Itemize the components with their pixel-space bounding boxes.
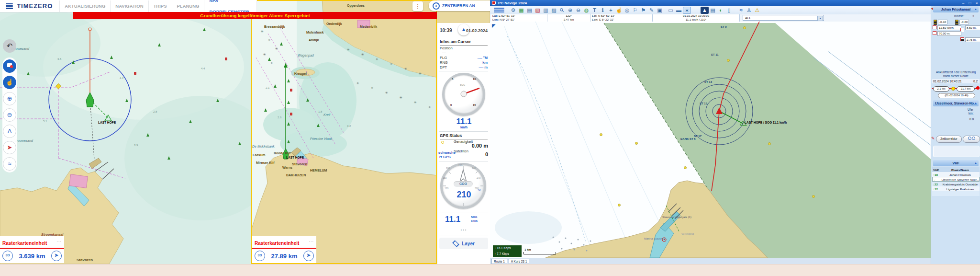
map-delete-icon[interactable]: ▧	[534, 7, 542, 14]
menu-icon[interactable]	[6, 3, 13, 9]
zoom-in-icon[interactable]: ⊕	[3, 92, 16, 105]
vhf-title: VHF	[953, 161, 959, 165]
maximize-button[interactable]: □	[967, 0, 973, 6]
map-label: Stavoren	[77, 258, 93, 262]
zoom-in-icon[interactable]: ⊕	[566, 7, 574, 14]
scale-more-icon[interactable]: ...	[309, 238, 314, 243]
collapse-caret-icon[interactable]: ▲	[974, 100, 977, 106]
map-label: Wagenpad	[298, 54, 314, 57]
center-on-label: ZENTRIEREN AN	[442, 3, 491, 8]
timezero-logo: TIMEZERO	[17, 2, 53, 10]
map-save-icon[interactable]: ▥	[542, 7, 550, 14]
buoy-icon	[238, 142, 241, 145]
screen-night-icon[interactable]: ▬	[675, 7, 683, 14]
fold-arrow-icon[interactable]: ◤	[492, 23, 496, 28]
upload-kbps: 7.7 Kbps	[497, 252, 509, 255]
buoy-tool-icon[interactable]: ➤	[3, 141, 16, 154]
crew-icon[interactable]: ♙	[745, 7, 753, 14]
tab-navigation[interactable]: NAVIGATION	[110, 0, 148, 12]
route-flag-icon[interactable]: ⚑	[639, 7, 647, 14]
collapse-caret-icon[interactable]: ▲	[974, 6, 977, 12]
vhf-row[interactable]: ↓22 Krabbersgatsluis Oostzijde	[932, 182, 980, 186]
minimize-button[interactable]: –	[960, 0, 967, 6]
zeitkorrektur-button[interactable]: Zeitkorrektur	[936, 136, 962, 143]
layer-button[interactable]: Layer	[439, 238, 488, 249]
3d-mode-button[interactable]: 3D	[2, 251, 13, 261]
vhf-row-selected[interactable]: ← IJsselmeer, Staveren-Noor...	[932, 177, 980, 182]
hand-select-icon[interactable]: ☝	[615, 7, 623, 14]
clipboard-icon[interactable]: ▤	[709, 7, 717, 14]
route-tab[interactable]: Route 1	[491, 259, 507, 264]
vessel-mode-icon[interactable]: ▲	[701, 7, 709, 14]
sog-unit: km/h	[437, 126, 490, 129]
pcnavigo-titlebar[interactable]: PC Navigo 2024 – □ ×	[490, 0, 980, 6]
dividers-icon[interactable]: Λ	[3, 125, 16, 138]
tab-trips[interactable]: TRIPS	[148, 0, 172, 12]
tides-icon[interactable]: ≈	[3, 157, 16, 171]
more-options-icon[interactable]: ⋮	[412, 1, 423, 11]
cog-tick: 180	[446, 167, 450, 170]
settings-icon[interactable]: ⚙	[509, 7, 517, 14]
compass-orientation-icon[interactable]: ➤	[51, 251, 62, 261]
buoy-icon	[268, 58, 271, 61]
menu-icon[interactable]	[494, 8, 504, 13]
world-icon[interactable]: ◐	[717, 7, 725, 14]
tab-aktualisierung[interactable]: AKTUALISIERUNG	[59, 0, 110, 12]
map-new-icon[interactable]: ▦	[517, 7, 525, 14]
globe-icon[interactable]: ◍	[582, 7, 590, 14]
info-icon[interactable]: ℹ	[599, 7, 607, 14]
lon-label: Lon:	[492, 18, 499, 21]
panel-more-dots[interactable]: •••	[437, 228, 490, 231]
gps-warning: rr GPS	[439, 155, 451, 159]
center-on-button[interactable]: ZENTRIEREN AN –	[429, 0, 497, 11]
map-open-icon[interactable]: ▤	[525, 7, 534, 14]
zoom-out-icon[interactable]: ⊖	[3, 108, 16, 122]
tab-planung[interactable]: PLANUNG	[172, 0, 204, 12]
pan-hand-icon[interactable]: ☝	[3, 76, 16, 89]
screen-day-icon[interactable]: ▭	[667, 7, 675, 14]
search-icon[interactable]: ⚲	[557, 5, 568, 16]
map-scale-label: 1 km	[524, 248, 531, 251]
warning-icon[interactable]: ⚠	[753, 7, 761, 14]
gps-satellites-label: Satelliten	[454, 149, 468, 153]
compass-orientation-icon[interactable]: ➤	[303, 251, 314, 261]
chevron-down-icon[interactable]: ▾	[817, 16, 823, 21]
timezero-left-chart[interactable]: Vrouwezand Vrouwezand LAST HOPE Stroomka…	[0, 0, 251, 264]
text-tool-icon[interactable]: T	[590, 7, 599, 14]
3d-mode-button[interactable]: 3D	[255, 251, 265, 261]
buoy-icon	[287, 140, 290, 143]
vhf-section-header[interactable]: VHF ▲	[933, 160, 979, 166]
course-tab[interactable]: A Kurs 23 1	[509, 259, 530, 264]
undo-button[interactable]: ↶	[3, 39, 16, 53]
rng-value: ---- km	[477, 60, 488, 65]
record-icon[interactable]	[3, 59, 16, 73]
alarm-banner[interactable]: Grundberührung kegelförmiger Alarm: Sper…	[73, 12, 437, 19]
monitor-icon[interactable]: ▯	[725, 7, 733, 14]
zoom-out-icon[interactable]: ⊖	[574, 7, 582, 14]
edit-pencil-icon[interactable]: ✎	[931, 136, 935, 141]
report-icon[interactable]: ▣	[656, 7, 664, 14]
vhf-row[interactable]: ↓12 Ligsteiger Enkhuizen	[932, 186, 980, 191]
map-label: BAKHUIZEN	[286, 173, 306, 177]
vhf-col-ch: VHF	[932, 168, 941, 172]
pan-icon[interactable]: +	[607, 7, 615, 14]
flag-icon[interactable]: ⚐	[631, 7, 639, 14]
waterway-section-header[interactable]: Johan Frisokanaal ▲	[933, 6, 979, 12]
binoculars-button[interactable]	[963, 136, 980, 143]
pcnavigo-chart[interactable]: ◤ ST 9 ST 11 ST 13 ST 15 ST 17 BANK ST 5…	[490, 22, 931, 258]
waypoint-icon[interactable]: ◎	[623, 7, 631, 14]
close-button[interactable]: ×	[973, 0, 980, 6]
scale-more-icon[interactable]: ...	[56, 238, 62, 243]
chart-select-dropdown[interactable]: ALL ▾	[743, 15, 824, 21]
edit-icon[interactable]: ✎	[647, 7, 656, 14]
lake-section-header[interactable]: IJsselmeer, Staveren-No... ▲	[933, 100, 979, 106]
compass-mode-icon[interactable]: ✶	[683, 7, 691, 14]
buoy-icon	[167, 156, 170, 160]
chart-select-value: ALL	[745, 16, 751, 20]
cog-button[interactable]: COG	[454, 181, 473, 187]
destination-dot-icon	[976, 86, 980, 90]
cursor-lon-value: N 5° 27' 51"	[500, 18, 515, 21]
wave-icon[interactable]: ≈	[737, 7, 745, 14]
collapse-caret-icon[interactable]: ▲	[974, 160, 977, 166]
vhf-row[interactable]: ↑18 Johan Frisosluis	[932, 172, 980, 177]
